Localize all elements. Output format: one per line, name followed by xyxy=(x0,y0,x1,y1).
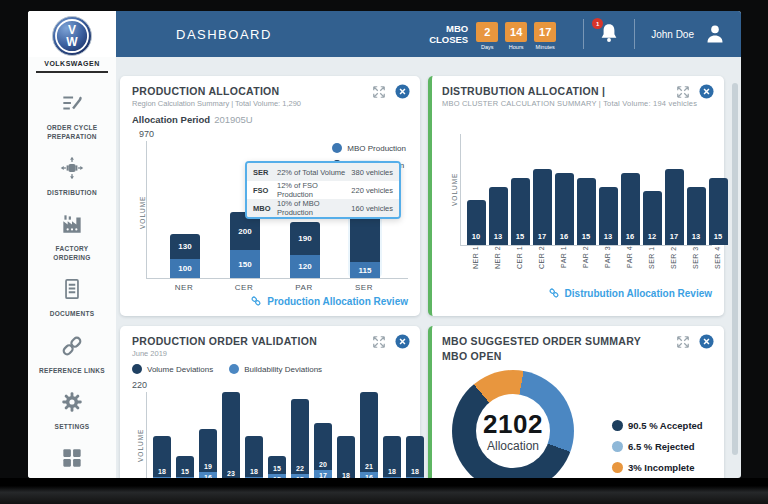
countdown-value: 14 xyxy=(505,22,527,42)
legend-item: MBO Production xyxy=(332,143,406,153)
card-title: PRODUCTION ALLOCATION xyxy=(132,85,408,97)
stacked-bar[interactable]: 1916 xyxy=(199,429,217,478)
sidebar-item-distribution[interactable]: DISTRIBUTION xyxy=(28,148,116,204)
notifications-bell[interactable]: 1 xyxy=(596,21,622,47)
laptop-frame: V W VOLKSWAGEN ORDER CYCLE PREPARATIONDI… xyxy=(0,0,768,504)
bar-slot: 15 xyxy=(707,178,729,246)
distribution-allocation-review-link[interactable]: Distrubution Allocation Review xyxy=(442,287,712,299)
bar-par-2[interactable]: 15 xyxy=(577,178,596,246)
legend-label: 3% Incomplete xyxy=(628,462,695,473)
card-production-order-validation: PRODUCTION ORDER VALIDATION June 2019 Vo… xyxy=(120,326,420,478)
donut-chart[interactable]: 2102 Allocation xyxy=(452,370,574,478)
mbo-closes-label: MBO CLOSES xyxy=(429,24,468,46)
stacked-bar[interactable]: 2215 xyxy=(291,399,309,478)
bar-segment-mbo: 100 xyxy=(170,259,200,278)
countdown-unit: Hours xyxy=(509,44,524,50)
bar-cer-1[interactable]: 15 xyxy=(511,178,530,246)
bar-slot: 15 xyxy=(509,178,531,246)
sidebar-item-label: DISTRIBUTION xyxy=(47,188,97,197)
bar-par-4[interactable]: 16 xyxy=(621,173,640,245)
expand-icon[interactable] xyxy=(676,335,690,349)
bar-ner[interactable]: 130100 xyxy=(170,234,200,278)
tooltip-row: FSO12% of FSO Production220 vehicles xyxy=(247,181,399,199)
countdown-value: 17 xyxy=(534,22,556,42)
y-axis-label: VOLUME xyxy=(451,173,458,206)
bar-cer-2[interactable]: 17 xyxy=(533,169,552,246)
bar-slot: 17 xyxy=(663,169,685,246)
close-icon[interactable] xyxy=(699,84,714,99)
x-axis-tick: CER 1 xyxy=(508,246,530,284)
legend-dot xyxy=(612,441,623,452)
bar-par[interactable]: 190120 xyxy=(290,222,320,278)
page-title: DASHBOARD xyxy=(176,27,272,42)
x-axis-tick: SER xyxy=(334,279,394,292)
stacked-bar[interactable]: 2313 xyxy=(222,392,240,478)
stacked-bar[interactable]: 2116 xyxy=(360,392,378,478)
close-icon[interactable] xyxy=(395,84,410,99)
allocation-total: 2102 xyxy=(483,409,543,440)
stacked-bar[interactable]: 1515 xyxy=(268,456,286,478)
tooltip-desc: 10% of MBO Production xyxy=(277,199,349,217)
bar-ner-2[interactable]: 13 xyxy=(489,187,508,246)
laptop-base xyxy=(0,478,768,504)
expand-icon[interactable] xyxy=(676,85,690,99)
legend-item: 90.5 % Accepted xyxy=(612,420,703,431)
sidebar-item-settings[interactable]: SETTINGS xyxy=(28,382,116,438)
user-name: John Doe xyxy=(651,29,694,40)
bar-value: 17 xyxy=(533,232,552,241)
x-axis-labels: NER 1NER 2CER 1CER 2PAR 1PAR 2PAR 3PAR 4… xyxy=(464,246,712,284)
bar-cer[interactable]: 200150 xyxy=(230,212,260,278)
bar-ser-1[interactable]: 12 xyxy=(643,191,662,245)
bar-value: 21 xyxy=(360,463,378,470)
sidebar-item-factory-ordering[interactable]: FACTORY ORDERING xyxy=(28,204,116,269)
vw-logo-icon: V W xyxy=(51,15,93,57)
production-order-validation-chart: VOLUME 181514191623131815152215201718122… xyxy=(146,392,408,478)
app-window: V W VOLKSWAGEN ORDER CYCLE PREPARATIONDI… xyxy=(28,11,741,478)
sidebar-item-order-cycle-preparation[interactable]: ORDER CYCLE PREPARATION xyxy=(28,83,116,148)
sidebar-item-documents[interactable]: DOCUMENTS xyxy=(28,269,116,325)
bar-slot: 17 xyxy=(531,169,553,246)
bar-slot: 13 xyxy=(597,187,619,246)
stacked-bar[interactable]: 18 xyxy=(383,436,401,478)
main-area: DASHBOARD MBO CLOSES 2Days14Hours17Minut… xyxy=(116,11,741,478)
expand-icon[interactable] xyxy=(372,335,386,349)
bar-ner-1[interactable]: 10 xyxy=(467,200,486,245)
legend-label: MBO Production xyxy=(347,144,406,153)
card-title: PRODUCTION ORDER VALIDATION xyxy=(132,335,408,347)
legend-item: Buildability Deviations xyxy=(229,364,322,374)
chart-tooltip: SER22% of Total Volume380 vehiclesFSO12%… xyxy=(245,161,401,219)
user-avatar-icon xyxy=(703,22,727,46)
legend-dot xyxy=(229,364,239,374)
tooltip-value: 160 vehicles xyxy=(349,204,393,213)
tooltip-value: 220 vehicles xyxy=(349,186,393,195)
bar-segment-volume-deviation: 19 xyxy=(199,429,217,472)
bar-ser-2[interactable]: 17 xyxy=(665,169,684,246)
countdown-cell: 17Minutes xyxy=(533,18,557,50)
stacked-bar[interactable]: 2017 xyxy=(314,423,332,478)
bar-par-1[interactable]: 16 xyxy=(555,173,574,245)
stacked-bar[interactable]: 18 xyxy=(406,436,424,478)
sidebar-item-tiles[interactable]: TILES xyxy=(28,438,116,478)
close-icon[interactable] xyxy=(699,334,714,349)
card-mbo-suggested-order-summary: MBO SUGGESTED ORDER SUMMARY MBO OPEN 210… xyxy=(428,326,724,478)
user-menu[interactable]: John Doe xyxy=(651,22,727,46)
bar-ser-4[interactable]: 15 xyxy=(709,178,728,246)
stacked-bar[interactable]: 18 xyxy=(245,436,263,478)
vertical-scrollbar[interactable] xyxy=(732,83,738,455)
stacked-bar[interactable]: 18 xyxy=(153,436,171,478)
stacked-bar[interactable]: 1514 xyxy=(176,456,194,478)
x-axis-tick: PAR 1 xyxy=(552,246,574,284)
production-allocation-review-link[interactable]: Production Allocation Review xyxy=(132,295,408,307)
stacked-bar[interactable]: 1812 xyxy=(337,436,355,478)
countdown-value: 2 xyxy=(476,22,498,42)
tooltip-row: SER22% of Total Volume380 vehicles xyxy=(247,163,399,181)
close-icon[interactable] xyxy=(395,334,410,349)
expand-icon[interactable] xyxy=(372,85,386,99)
bar-par-3[interactable]: 13 xyxy=(599,187,618,246)
production-allocation-chart: 970 VOLUME MBO ProductionFSO Production … xyxy=(146,141,408,279)
bar-value: 23 xyxy=(222,470,240,477)
legend-dot xyxy=(332,143,342,153)
bar-ser-3[interactable]: 13 xyxy=(687,187,706,246)
sidebar-item-reference-links[interactable]: REFERENCE LINKS xyxy=(28,326,116,382)
y-axis-label: VOLUME xyxy=(137,429,144,462)
